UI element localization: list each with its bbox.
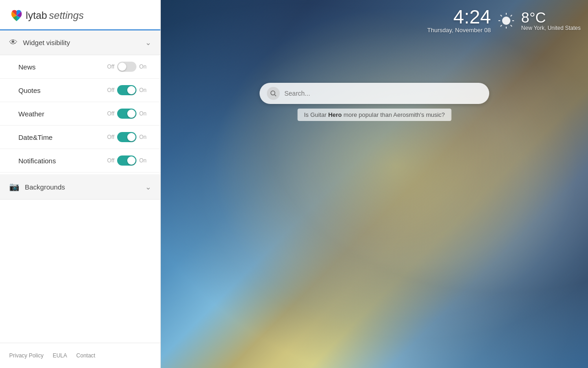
main-content: 4:24 Thursday, November 08	[161, 0, 588, 368]
toggle-off-label-datetime: Off	[107, 134, 114, 140]
toggle-on-label-notifications: On	[139, 157, 147, 164]
eye-icon: 👁	[9, 38, 17, 47]
toggle-weather-knob	[127, 109, 136, 118]
toggle-group-notifications: Off On	[107, 155, 147, 166]
logo-icon	[9, 8, 24, 23]
widget-visibility-title: Widget visibility	[23, 39, 70, 46]
widget-row-datetime: Date&Time Off On	[0, 126, 160, 149]
backgrounds-title: Backgrounds	[25, 183, 65, 191]
chevron-down-icon: ⌄	[145, 38, 151, 47]
toggle-quotes[interactable]	[117, 85, 136, 95]
sun-icon	[497, 11, 516, 30]
backgrounds-section-header[interactable]: 📷 Backgrounds ⌄	[0, 174, 160, 200]
toggle-notifications-knob	[127, 156, 136, 165]
toggle-group-quotes: Off On	[107, 85, 147, 95]
toggle-on-label-datetime: On	[139, 134, 147, 140]
svg-line-7	[510, 15, 512, 16]
app-logo: lytab settings	[9, 8, 84, 23]
toggle-on-label-weather: On	[139, 110, 147, 117]
datetime-section: 4:24 Thursday, November 08	[427, 7, 491, 34]
contact-link[interactable]: Contact	[76, 352, 95, 359]
backgrounds-header-left: 📷 Backgrounds	[9, 182, 65, 192]
widget-row-notifications: Notifications Off On	[0, 149, 160, 172]
widget-datetime-label: Date&Time	[18, 133, 52, 141]
eula-link[interactable]: EULA	[53, 352, 67, 359]
svg-line-8	[500, 25, 502, 26]
toggle-on-label-quotes: On	[139, 87, 147, 93]
logo-text-settings: settings	[49, 10, 84, 22]
svg-line-10	[275, 95, 277, 97]
search-input[interactable]	[284, 90, 482, 97]
sidebar-footer: Privacy Policy EULA Contact	[0, 343, 160, 368]
toggle-off-label-quotes: Off	[107, 87, 114, 93]
svg-point-0	[502, 17, 510, 25]
privacy-policy-link[interactable]: Privacy Policy	[9, 352, 44, 359]
toggle-group-news: Off On	[107, 62, 147, 72]
toggle-notifications[interactable]	[117, 155, 136, 166]
search-icon	[267, 87, 280, 100]
widget-notifications-label: Notifications	[18, 157, 56, 165]
toggle-datetime-knob	[127, 133, 136, 141]
camera-icon: 📷	[9, 182, 19, 192]
toggle-quotes-knob	[127, 86, 136, 94]
widget-row-news: News Off On	[0, 55, 160, 79]
search-svg	[270, 90, 277, 97]
sidebar-header: lytab settings	[0, 0, 160, 30]
widget-row-weather: Weather Off On	[0, 102, 160, 126]
date-display: Thursday, November 08	[427, 27, 491, 34]
section-header-left: 👁 Widget visibility	[9, 38, 70, 47]
widget-row-quotes: Quotes Off On	[0, 79, 160, 102]
toggle-weather[interactable]	[117, 109, 136, 119]
widget-quotes-label: Quotes	[18, 86, 40, 94]
toggle-off-label-notifications: Off	[107, 157, 114, 164]
widget-weather-label: Weather	[18, 110, 44, 118]
weather-widget: 4:24 Thursday, November 08	[427, 7, 581, 34]
weather-icon-section	[497, 11, 516, 30]
temp-section: 8°C New York, United States	[521, 10, 581, 31]
background-image: 4:24 Thursday, November 08	[161, 0, 588, 368]
toggle-news[interactable]	[117, 62, 136, 72]
sidebar: lytab settings 👁 Widget visibility ⌄ New…	[0, 0, 161, 368]
logo-text-lytab: lytab	[26, 10, 47, 22]
search-container	[260, 83, 489, 104]
svg-point-9	[271, 91, 275, 95]
toggle-on-label-news: On	[139, 63, 147, 70]
temperature-display: 8°C	[521, 10, 581, 25]
background-overlay	[161, 0, 588, 368]
widget-news-label: News	[18, 63, 36, 71]
location-display: New York, United States	[521, 25, 581, 31]
chevron-down-icon-backgrounds: ⌄	[145, 183, 151, 191]
toggle-news-knob	[118, 63, 126, 71]
search-suggestion: Is Guitar Hero more popular than Aerosmi…	[298, 109, 452, 121]
time-display: 4:24	[427, 7, 491, 27]
toggle-datetime[interactable]	[117, 132, 136, 142]
svg-line-6	[510, 25, 512, 26]
toggle-off-label-weather: Off	[107, 110, 114, 117]
toggle-group-datetime: Off On	[107, 132, 147, 142]
toggle-off-label-news: Off	[107, 63, 114, 70]
search-bar	[260, 83, 489, 104]
widget-visibility-section-header[interactable]: 👁 Widget visibility ⌄	[0, 30, 160, 55]
toggle-group-weather: Off On	[107, 109, 147, 119]
svg-line-5	[500, 15, 502, 16]
